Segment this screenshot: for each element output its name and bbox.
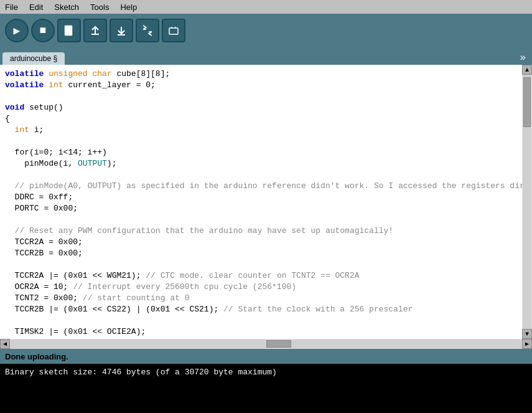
scroll-right-button[interactable]: ▶ [522, 339, 532, 349]
code-line: volatile int current_layer = 0; [5, 80, 517, 91]
code-line: void setup() [5, 102, 517, 113]
board-info-button[interactable] [162, 19, 185, 42]
console-area: Done uploading. Binary sketch size: 4746… [0, 349, 532, 413]
run-button[interactable]: ▶ [5, 19, 29, 42]
console-header: Done uploading. [0, 349, 532, 364]
code-line: // Reset any PWM configuration that the … [5, 225, 517, 237]
code-line: TCCR2B = 0x00; [5, 248, 517, 259]
code-line: int i; [5, 125, 517, 136]
menu-file[interactable]: File [2, 2, 21, 12]
console-status: Done uploading. [5, 352, 68, 361]
code-line: { [5, 113, 517, 125]
tab-scroll-arrow[interactable]: » [516, 51, 530, 65]
save-button[interactable] [110, 19, 133, 42]
tab-arduinocube[interactable]: arduinocube § [2, 52, 65, 65]
code-line [5, 91, 517, 102]
open-button[interactable] [83, 19, 107, 42]
menu-bar: File Edit Sketch Tools Help [0, 0, 532, 14]
code-line: } [5, 338, 517, 339]
code-line: volatile unsigned char cube[8][8]; [5, 69, 517, 80]
hscroll-thumb[interactable] [266, 340, 291, 348]
scroll-thumb[interactable] [523, 77, 531, 127]
serial-monitor-button[interactable] [136, 19, 159, 42]
menu-sketch[interactable]: Sketch [52, 2, 82, 12]
scroll-up-button[interactable]: ▲ [522, 65, 532, 75]
code-editor[interactable]: volatile unsigned char cube[8][8]; volat… [0, 65, 522, 339]
code-line: pinMode(i, OUTPUT); [5, 158, 517, 169]
scroll-left-button[interactable]: ◀ [0, 339, 10, 349]
stop-button[interactable]: ■ [31, 19, 55, 42]
code-line: TIMSK2 |= (0x01 << OCIE2A); [5, 326, 517, 338]
scroll-down-button[interactable]: ▼ [522, 329, 532, 339]
console-line: Binary sketch size: 4746 bytes (of a 307… [5, 366, 527, 379]
code-line [5, 315, 517, 326]
code-line: TCNT2 = 0x00; // start counting at 0 [5, 293, 517, 304]
svg-rect-0 [65, 26, 72, 36]
code-line [5, 169, 517, 181]
horizontal-scrollbar[interactable]: ◀ ▶ [0, 339, 532, 349]
console-output: Binary sketch size: 4746 bytes (of a 307… [0, 364, 532, 413]
menu-tools[interactable]: Tools [88, 2, 111, 12]
menu-help[interactable]: Help [118, 2, 139, 12]
code-line: for(i=0; i<14; i++) [5, 147, 517, 158]
code-line: DDRC = 0xff; [5, 192, 517, 203]
code-line: TCCR2A = 0x00; [5, 237, 517, 248]
code-line: PORTC = 0x00; [5, 203, 517, 214]
editor-container: volatile unsigned char cube[8][8]; volat… [0, 65, 532, 339]
svg-rect-3 [169, 28, 178, 34]
code-line: // pinMode(A0, OUTPUT) as specified in t… [5, 181, 517, 192]
hscroll-track[interactable] [10, 339, 522, 348]
tab-label: arduinocube § [10, 54, 57, 63]
scroll-track[interactable] [523, 75, 531, 329]
toolbar: ▶ ■ [0, 14, 532, 47]
menu-edit[interactable]: Edit [27, 2, 45, 12]
code-line: TCCR2A |= (0x01 << WGM21); // CTC mode. … [5, 270, 517, 282]
code-line [5, 259, 517, 270]
vertical-scrollbar[interactable]: ▲ ▼ [522, 65, 532, 339]
code-line [5, 214, 517, 225]
new-button[interactable] [57, 19, 81, 42]
tab-bar: arduinocube § » [0, 47, 532, 65]
code-line: OCR2A = 10; // Interrupt every 25600th c… [5, 282, 517, 293]
code-line: TCCR2B |= (0x01 << CS22) | (0x01 << CS21… [5, 304, 517, 315]
code-line [5, 136, 517, 147]
